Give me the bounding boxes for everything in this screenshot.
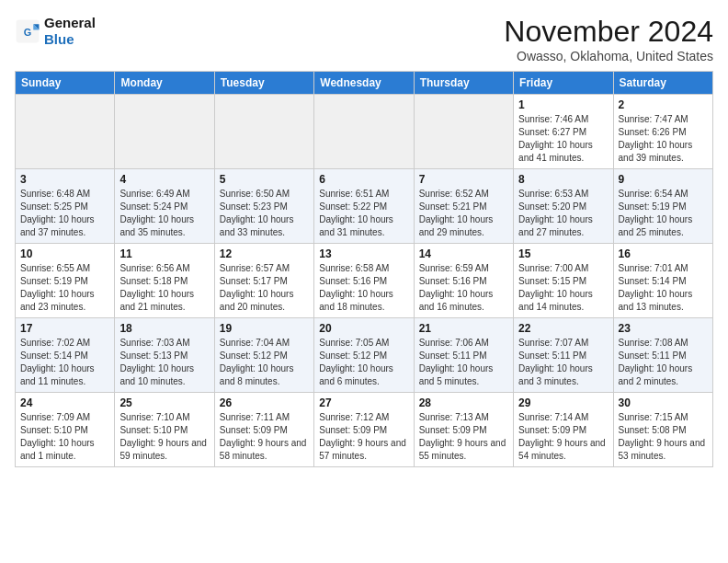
day-number: 25 [119, 396, 209, 409]
day-number: 27 [319, 396, 408, 409]
logo-icon: G [15, 18, 40, 44]
svg-text:G: G [24, 27, 31, 38]
calendar-cell [314, 95, 414, 169]
calendar-table: SundayMondayTuesdayWednesdayThursdayFrid… [15, 71, 713, 467]
day-info: Sunrise: 6:50 AM Sunset: 5:23 PM Dayligh… [220, 188, 309, 239]
day-info: Sunrise: 7:08 AM Sunset: 5:11 PM Dayligh… [619, 337, 708, 388]
day-number: 6 [319, 173, 408, 186]
calendar-cell: 24Sunrise: 7:09 AM Sunset: 5:10 PM Dayli… [16, 393, 115, 467]
day-info: Sunrise: 7:00 AM Sunset: 5:15 PM Dayligh… [518, 262, 608, 314]
day-info: Sunrise: 7:13 AM Sunset: 5:09 PM Dayligh… [419, 411, 508, 463]
calendar-cell: 16Sunrise: 7:01 AM Sunset: 5:14 PM Dayli… [613, 244, 712, 318]
day-number: 5 [220, 173, 309, 186]
weekday-header-friday: Friday [514, 72, 613, 95]
weekday-header-sunday: Sunday [16, 72, 115, 95]
calendar-week-1: 1Sunrise: 7:46 AM Sunset: 6:27 PM Daylig… [16, 95, 713, 169]
day-info: Sunrise: 7:05 AM Sunset: 5:12 PM Dayligh… [319, 337, 408, 388]
calendar-cell: 8Sunrise: 6:53 AM Sunset: 5:20 PM Daylig… [514, 169, 613, 244]
day-number: 28 [419, 396, 508, 409]
day-number: 17 [20, 322, 109, 335]
calendar-cell [414, 95, 513, 169]
day-number: 4 [119, 173, 209, 186]
calendar-header-row: SundayMondayTuesdayWednesdayThursdayFrid… [16, 72, 713, 95]
calendar-cell: 13Sunrise: 6:58 AM Sunset: 5:16 PM Dayli… [314, 244, 414, 318]
day-number: 21 [419, 322, 508, 335]
day-info: Sunrise: 7:12 AM Sunset: 5:09 PM Dayligh… [319, 411, 408, 463]
weekday-header-wednesday: Wednesday [314, 72, 414, 95]
calendar-cell: 22Sunrise: 7:07 AM Sunset: 5:11 PM Dayli… [514, 318, 613, 393]
calendar-cell: 2Sunrise: 7:47 AM Sunset: 6:26 PM Daylig… [613, 95, 712, 169]
calendar-cell [214, 95, 313, 169]
calendar-cell: 21Sunrise: 7:06 AM Sunset: 5:11 PM Dayli… [414, 318, 513, 393]
month-year-title: November 2024 [504, 15, 713, 49]
day-number: 9 [619, 173, 708, 186]
calendar-week-3: 10Sunrise: 6:55 AM Sunset: 5:19 PM Dayli… [16, 244, 713, 318]
calendar-cell: 26Sunrise: 7:11 AM Sunset: 5:09 PM Dayli… [214, 393, 313, 467]
day-number: 29 [518, 396, 608, 409]
calendar-cell: 6Sunrise: 6:51 AM Sunset: 5:22 PM Daylig… [314, 169, 414, 244]
logo: G General Blue [15, 15, 96, 48]
calendar-cell [115, 95, 214, 169]
calendar-cell: 4Sunrise: 6:49 AM Sunset: 5:24 PM Daylig… [115, 169, 214, 244]
day-info: Sunrise: 7:10 AM Sunset: 5:10 PM Dayligh… [119, 411, 209, 463]
calendar-cell: 1Sunrise: 7:46 AM Sunset: 6:27 PM Daylig… [514, 95, 613, 169]
day-info: Sunrise: 7:09 AM Sunset: 5:10 PM Dayligh… [20, 411, 109, 463]
calendar-cell: 20Sunrise: 7:05 AM Sunset: 5:12 PM Dayli… [314, 318, 414, 393]
day-number: 12 [220, 247, 309, 260]
weekday-header-monday: Monday [115, 72, 214, 95]
logo-blue: Blue [44, 31, 74, 47]
calendar-cell: 11Sunrise: 6:56 AM Sunset: 5:18 PM Dayli… [115, 244, 214, 318]
calendar-cell: 5Sunrise: 6:50 AM Sunset: 5:23 PM Daylig… [214, 169, 313, 244]
day-number: 16 [619, 247, 708, 260]
day-info: Sunrise: 7:06 AM Sunset: 5:11 PM Dayligh… [419, 337, 508, 388]
calendar-week-2: 3Sunrise: 6:48 AM Sunset: 5:25 PM Daylig… [16, 169, 713, 244]
weekday-header-tuesday: Tuesday [214, 72, 313, 95]
day-info: Sunrise: 6:53 AM Sunset: 5:20 PM Dayligh… [518, 188, 608, 239]
calendar-week-4: 17Sunrise: 7:02 AM Sunset: 5:14 PM Dayli… [16, 318, 713, 393]
calendar-cell: 10Sunrise: 6:55 AM Sunset: 5:19 PM Dayli… [16, 244, 115, 318]
day-info: Sunrise: 7:04 AM Sunset: 5:12 PM Dayligh… [220, 337, 309, 388]
calendar-cell: 7Sunrise: 6:52 AM Sunset: 5:21 PM Daylig… [414, 169, 513, 244]
calendar-cell: 19Sunrise: 7:04 AM Sunset: 5:12 PM Dayli… [214, 318, 313, 393]
day-info: Sunrise: 6:55 AM Sunset: 5:19 PM Dayligh… [20, 262, 109, 314]
day-info: Sunrise: 6:49 AM Sunset: 5:24 PM Dayligh… [119, 188, 209, 239]
calendar-cell: 15Sunrise: 7:00 AM Sunset: 5:15 PM Dayli… [514, 244, 613, 318]
title-block: November 2024 Owasso, Oklahoma, United S… [504, 15, 713, 63]
day-number: 15 [518, 247, 608, 260]
calendar-cell: 27Sunrise: 7:12 AM Sunset: 5:09 PM Dayli… [314, 393, 414, 467]
day-info: Sunrise: 6:52 AM Sunset: 5:21 PM Dayligh… [419, 188, 508, 239]
day-number: 2 [619, 98, 708, 111]
logo-general: General [44, 15, 96, 30]
calendar-cell: 14Sunrise: 6:59 AM Sunset: 5:16 PM Dayli… [414, 244, 513, 318]
day-info: Sunrise: 6:57 AM Sunset: 5:17 PM Dayligh… [220, 262, 309, 314]
day-info: Sunrise: 6:56 AM Sunset: 5:18 PM Dayligh… [119, 262, 209, 314]
day-number: 22 [518, 322, 608, 335]
calendar-cell: 28Sunrise: 7:13 AM Sunset: 5:09 PM Dayli… [414, 393, 513, 467]
day-info: Sunrise: 7:15 AM Sunset: 5:08 PM Dayligh… [619, 411, 708, 463]
day-info: Sunrise: 6:59 AM Sunset: 5:16 PM Dayligh… [419, 262, 508, 314]
calendar-cell [16, 95, 115, 169]
day-number: 23 [619, 322, 708, 335]
day-number: 19 [220, 322, 309, 335]
day-info: Sunrise: 7:47 AM Sunset: 6:26 PM Dayligh… [619, 113, 708, 165]
day-info: Sunrise: 7:11 AM Sunset: 5:09 PM Dayligh… [220, 411, 309, 463]
calendar-cell: 9Sunrise: 6:54 AM Sunset: 5:19 PM Daylig… [613, 169, 712, 244]
day-info: Sunrise: 7:02 AM Sunset: 5:14 PM Dayligh… [20, 337, 109, 388]
day-info: Sunrise: 6:51 AM Sunset: 5:22 PM Dayligh… [319, 188, 408, 239]
day-number: 24 [20, 396, 109, 409]
day-number: 30 [619, 396, 708, 409]
calendar-cell: 12Sunrise: 6:57 AM Sunset: 5:17 PM Dayli… [214, 244, 313, 318]
day-info: Sunrise: 6:48 AM Sunset: 5:25 PM Dayligh… [20, 188, 109, 239]
day-info: Sunrise: 7:07 AM Sunset: 5:11 PM Dayligh… [518, 337, 608, 388]
calendar-cell: 23Sunrise: 7:08 AM Sunset: 5:11 PM Dayli… [613, 318, 712, 393]
calendar-cell: 17Sunrise: 7:02 AM Sunset: 5:14 PM Dayli… [16, 318, 115, 393]
day-info: Sunrise: 7:03 AM Sunset: 5:13 PM Dayligh… [119, 337, 209, 388]
day-number: 14 [419, 247, 508, 260]
day-number: 26 [220, 396, 309, 409]
day-number: 10 [20, 247, 109, 260]
day-number: 11 [119, 247, 209, 260]
day-info: Sunrise: 7:14 AM Sunset: 5:09 PM Dayligh… [518, 411, 608, 463]
day-number: 7 [419, 173, 508, 186]
calendar-cell: 30Sunrise: 7:15 AM Sunset: 5:08 PM Dayli… [613, 393, 712, 467]
day-number: 20 [319, 322, 408, 335]
